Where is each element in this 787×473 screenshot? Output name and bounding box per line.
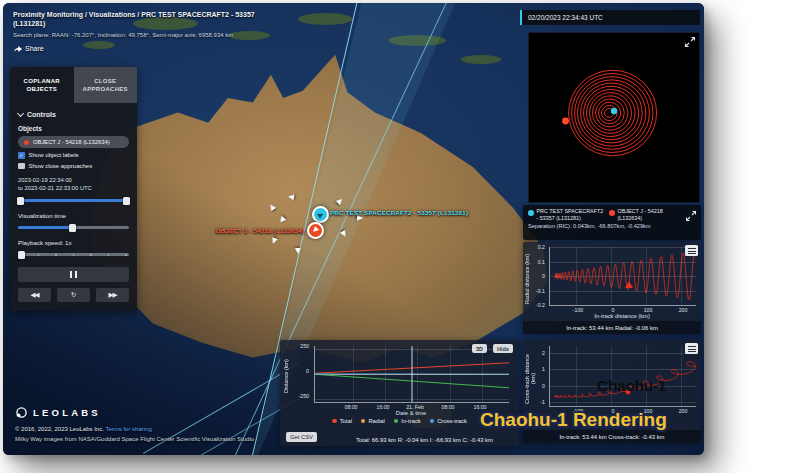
y-tick: 0 (291, 368, 309, 374)
direction-chevron (288, 194, 295, 201)
orbit-spiral-plot (529, 33, 699, 202)
expand-icon[interactable] (684, 36, 696, 48)
separation-readout: Separation (RIC): 0.043km, -66.807km, -0… (528, 223, 696, 229)
leolabs-logo: LEOLABS (15, 406, 101, 419)
object-color-dot-icon (24, 140, 29, 145)
header: Proximity Monitoring / Visualizations / … (13, 10, 293, 53)
legend-secondary-entry[interactable]: OBJECT J - 54218 (L132634) (609, 208, 685, 221)
controls-label: Controls (27, 111, 56, 118)
plot-area[interactable] (314, 346, 509, 403)
share-button[interactable]: Share (13, 44, 293, 53)
legend-item-intrack[interactable]: In-track (394, 418, 421, 424)
rewind-icon: ◀◀ (31, 291, 39, 299)
y-tick: 0.2 (530, 244, 545, 250)
show-object-labels-checkbox[interactable]: ✓ Show object labels (18, 152, 129, 159)
checkbox-unchecked-icon (18, 163, 25, 170)
terms-link[interactable]: Terms for sharing. (105, 426, 153, 432)
ric-status-readout: In-track: 53.44 km Radial: -0.06 km (523, 321, 701, 334)
visualization-time-slider[interactable] (18, 223, 129, 232)
leolabs-logo-icon (15, 406, 28, 419)
checkbox-label: Show close approaches (29, 163, 93, 169)
cross-series (550, 346, 696, 406)
chart-menu-icon[interactable] (685, 245, 698, 256)
legend-label: Radial (368, 418, 384, 424)
panel-tabs: COPLANAR OBJECTS CLOSE APPROACHES (10, 67, 137, 103)
legend-item-radial[interactable]: Radial (361, 418, 385, 424)
pause-icon (75, 271, 77, 278)
rewind-button[interactable]: ◀◀ (18, 288, 51, 302)
fast-forward-icon: ▶▶ (109, 291, 117, 299)
copyright-line: © 2016, 2022, 2023 LeoLabs Inc. Terms fo… (15, 426, 153, 432)
y-tick: 0.1 (530, 259, 545, 265)
expand-icon[interactable] (685, 210, 697, 222)
y-axis-label: Distance (km) (283, 348, 289, 404)
loop-button[interactable]: ↻ (57, 288, 90, 302)
time-range-text: 2023-02-19 22:34:00 to 2023-02-21 22:33:… (18, 177, 129, 192)
controls-panel: COPLANAR OBJECTS CLOSE APPROACHES Contro… (10, 67, 137, 311)
crosstrack-dot-icon (430, 419, 435, 424)
cross-status-readout: In-track: 53.44 km Cross-track: -0.43 km (523, 430, 701, 443)
objects-heading: Objects (18, 125, 129, 132)
slider-track (18, 199, 129, 202)
object-chip-label: OBJECT J - 54218 (L132634) (33, 139, 110, 145)
checkbox-checked-icon: ✓ (18, 152, 25, 159)
playback-speed-slider[interactable] (18, 250, 129, 259)
y-tick: 0 (530, 383, 545, 389)
get-csv-button[interactable]: Get CSV (286, 432, 317, 442)
chevron-down-icon (17, 110, 24, 117)
playback-speed-thumb[interactable] (18, 251, 25, 259)
share-label: Share (25, 45, 44, 52)
y-tick: -250 (291, 393, 309, 399)
y-tick: -0.1 (530, 288, 545, 294)
playback-buttons: ◀◀ ↻ ▶▶ (18, 288, 129, 302)
playback-speed-label: Playback speed: 1x (18, 239, 129, 246)
show-close-approaches-checkbox[interactable]: Show close approaches (18, 163, 129, 170)
chart-menu-icon[interactable] (685, 343, 698, 354)
visualization-time-thumb[interactable] (69, 224, 76, 232)
pause-button[interactable] (18, 267, 129, 282)
legend-label: Total (340, 418, 352, 424)
fast-forward-button[interactable]: ▶▶ (96, 288, 129, 302)
primary-dot-icon (528, 210, 534, 216)
secondary-object-label: OBJECT J - 54218 (L132634) (156, 227, 304, 234)
credit-line: Milky Way images from NASA/Goddard Space… (15, 436, 254, 442)
y-tick: 2 (530, 350, 545, 356)
y-tick: 0 (530, 273, 545, 279)
secondary-object-marker[interactable]: ▶ (307, 222, 324, 239)
legend-primary-name: PRC TEST SPACECRAFT2 - 53357 (L131281) (537, 208, 605, 221)
secondary-dot-icon (609, 210, 615, 216)
time-range-slider[interactable] (18, 196, 129, 205)
primary-spacecraft-marker[interactable]: ▶ (312, 206, 329, 223)
time-range-start: 2023-02-19 22:34:00 (18, 177, 129, 185)
orbit-plane-view[interactable] (528, 32, 700, 203)
slider-ticks (20, 254, 127, 256)
y-tick: 250 (291, 343, 309, 349)
utc-clock: 02/20/2023 22:34:43 UTC (520, 10, 700, 25)
y-tick: -1 (530, 399, 545, 405)
time-range-end: to 2023-02-21 22:33:00 UTC (18, 185, 129, 193)
visualization-time-label: Visualization time (18, 212, 129, 219)
objects-legend-panel: PRC TEST SPACECRAFT2 - 53357 (L131281) O… (523, 205, 701, 240)
tab-close-approaches[interactable]: CLOSE APPROACHES (74, 67, 138, 103)
range-start-thumb[interactable] (17, 197, 24, 205)
slider-fill (18, 226, 71, 229)
loop-icon: ↻ (71, 291, 76, 299)
tab-coplanar-objects[interactable]: COPLANAR OBJECTS (10, 67, 74, 103)
object-chip[interactable]: OBJECT J - 54218 (L132634) (18, 136, 129, 148)
controls-collapse-toggle[interactable]: Controls (18, 111, 129, 118)
y-tick: 1 (530, 366, 545, 372)
legend-item-total[interactable]: Total (332, 418, 352, 424)
legend-item-crosstrack[interactable]: Cross-track (430, 418, 467, 424)
copyright-text: © 2016, 2022, 2023 LeoLabs Inc. (15, 426, 104, 432)
range-end-thumb[interactable] (123, 197, 130, 205)
x-axis-label: In-track distance (km) (549, 313, 695, 319)
legend-primary-entry[interactable]: PRC TEST SPACECRAFT2 - 53357 (L131281) (528, 208, 604, 221)
distance-status-readout: Total: 66.93 km R: -0.04 km I: -66.93 km… (330, 433, 519, 446)
radial-vs-intrack-chart[interactable]: Radial distance (km) 0.2 0.1 0 -0.1 -0.2… (523, 242, 701, 334)
share-icon (13, 44, 22, 53)
plot-area[interactable] (549, 247, 696, 306)
legend-secondary-name: OBJECT J - 54218 (L132634) (618, 208, 686, 221)
leolabs-logo-text: LEOLABS (33, 407, 101, 418)
total-dot-icon (332, 419, 337, 424)
direction-chevron (295, 248, 302, 255)
